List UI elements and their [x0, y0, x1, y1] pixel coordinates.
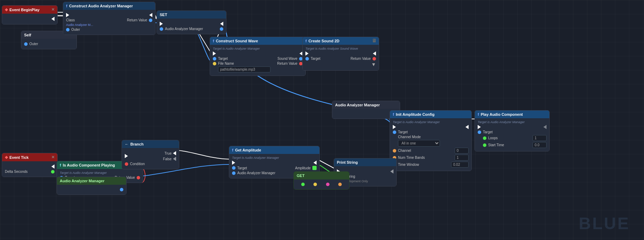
csw-target-row: Target Sound Wave [213, 57, 303, 61]
delta-pin [51, 170, 55, 174]
iac-timewindow-row: Time Window [393, 162, 469, 168]
exec-in-pin [305, 51, 309, 56]
outer-pin [66, 28, 70, 31]
set-node: SET Audio Analyzer Manager [157, 10, 226, 34]
ga-exec-row [232, 161, 317, 165]
return-pin [149, 19, 152, 22]
iac-icon: f [393, 112, 394, 117]
set-pin-label: Audio Analyzer Manager [165, 27, 203, 31]
play-audio-component-node: f Play Audio Component Target is Audio A… [475, 110, 550, 151]
timewindow-input[interactable] [451, 162, 469, 168]
class-label: Class [66, 18, 75, 22]
set-exec-row [160, 22, 223, 26]
create-sound-2d-body: Target is Audio Analyzer Sound Wave Targ… [303, 45, 379, 70]
target-pin [213, 57, 216, 61]
loops-pin [483, 136, 486, 140]
event-tick-node: ◆ Event Tick ✕ Delta Seconds [2, 153, 58, 177]
construct-sound-wave-header: f Construct Sound Wave [210, 37, 305, 45]
iac-numtimebands-row: Num Time Bands [393, 155, 469, 161]
construct-manager-header: f Construct Audio Analyzer Manager [63, 2, 155, 10]
branch-header: ← Branch [122, 140, 179, 148]
loops-input[interactable] [533, 135, 547, 141]
set-in-pin [160, 27, 163, 31]
exec-out-pin [543, 125, 547, 129]
exec-in-pin [213, 51, 216, 56]
exec-in-pin [66, 13, 69, 17]
exec-in-pin [125, 154, 128, 158]
construct-sound-wave-body: Target is Audio Analyzer Manager Target … [210, 45, 305, 76]
target-pin [305, 57, 309, 61]
init-amplitude-header: f Init Amplitude Config [390, 111, 471, 118]
exec-out-pin [373, 51, 376, 56]
cs2d-exec-row [305, 51, 376, 56]
set-title: SET [160, 13, 167, 17]
close-icon[interactable]: ✕ [51, 7, 55, 12]
branch-node: ← Branch True False Condition [122, 140, 179, 169]
numtimebands-input[interactable] [455, 155, 469, 161]
event-tick-body: Delta Seconds [2, 161, 57, 177]
audio-manager-var-header: Audio Analyzer Manager [332, 101, 400, 109]
get-pin-1 [301, 183, 305, 186]
construct-manager-body: Class Return Value Audio Analyzer M... O… [63, 10, 155, 35]
cs2d-target-row: Target Return Value [305, 57, 376, 61]
construct-sound-wave-node: f Construct Sound Wave Target is Audio A… [210, 37, 306, 76]
channel-input[interactable] [455, 148, 469, 154]
exec-in-pin [478, 125, 481, 129]
pac-target-row: Target [478, 130, 547, 134]
set-header: SET [157, 11, 226, 19]
event-begin-play-node: ◆ Event BeginPlay ✕ [2, 5, 58, 24]
event-begin-play-body [2, 14, 57, 24]
audio-manager-out-row [335, 112, 397, 115]
event-begin-play-header: ◆ Event BeginPlay ✕ [2, 6, 57, 14]
exec-out-pin [220, 22, 223, 26]
self-label: Self [24, 33, 31, 37]
monitor-icon: 🖥 [372, 38, 377, 43]
exec-out-pin [465, 125, 469, 129]
file-name-input[interactable] [218, 66, 270, 72]
exec-out-pin [149, 13, 152, 17]
audio-manager-bottom-label: Audio Analyzer Manager [60, 179, 104, 183]
play-audio-body: Target is Audio Analyzer Manager Target … [475, 118, 549, 151]
pac-starttime-row: Start Time [478, 142, 547, 148]
return-label: Return Value [127, 18, 147, 22]
init-amplitude-config-node: f Init Amplitude Config Target is Audio … [390, 110, 472, 171]
construct-manager-icon: f [66, 4, 67, 8]
outer-row: Outer [24, 42, 74, 46]
out-pin [120, 188, 123, 191]
watermark: BLUE [579, 214, 630, 233]
outer-label: Outer [71, 28, 80, 31]
print-string-header: Print String [334, 158, 396, 166]
cs2d-extra-row: ▼ [305, 62, 376, 67]
iac-exec-row [393, 125, 469, 129]
starttime-input[interactable] [533, 142, 547, 148]
csw-filename-input-row [213, 66, 303, 72]
get-pins-row [297, 183, 346, 186]
outer-label: Outer [29, 42, 38, 46]
get-node-header: GET [294, 172, 349, 179]
set-body: Audio Analyzer Manager [157, 19, 226, 34]
filename-pin [213, 62, 216, 65]
cs2d-icon: f [305, 39, 307, 43]
set-manager-row: Audio Analyzer Manager [160, 27, 223, 31]
tick-close-icon[interactable]: ✕ [51, 155, 55, 160]
get-pin-2 [313, 183, 317, 186]
audio-manager-bottom-body [57, 185, 126, 195]
outer-pin [24, 42, 28, 46]
pac-loops-row: Loops [478, 135, 547, 141]
target-pin [478, 130, 481, 134]
construct-manager-node: f Construct Audio Analyzer Manager Class… [63, 2, 155, 35]
false-pin [173, 157, 176, 161]
iac-channel-row: Channel [393, 148, 469, 154]
csw-filename-row: File Name Return Value [213, 62, 303, 65]
get-node-body [294, 179, 349, 189]
starttime-pin [483, 143, 486, 147]
audio-manager-bottom-var-node: Audio Analyzer Manager [57, 177, 126, 195]
create-sound-2d-header: f Create Sound 2D 🖥 [303, 37, 379, 45]
tick-exec-row [5, 164, 55, 169]
self-body: Outer [21, 39, 77, 49]
pac-icon: f [478, 112, 479, 117]
exec-in-pin [232, 161, 235, 165]
target-pin [393, 130, 396, 134]
channel-mode-dropdown[interactable]: All in one [398, 140, 440, 147]
iac-target-row: Target [393, 130, 469, 134]
